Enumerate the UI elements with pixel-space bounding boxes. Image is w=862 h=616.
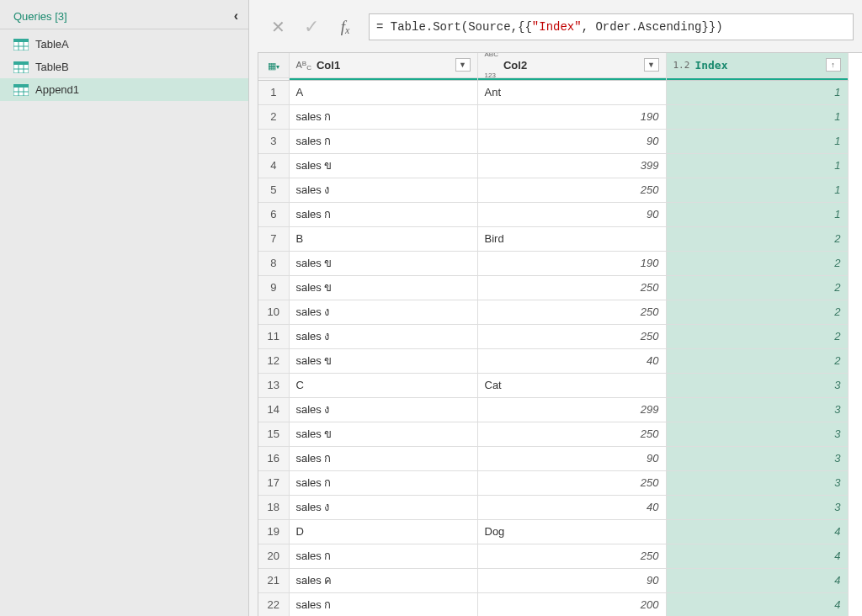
table-row[interactable]: 16sales ก903 <box>258 446 848 470</box>
table-row[interactable]: 3sales ก901 <box>258 129 848 153</box>
cell-col2[interactable]: 250 <box>477 324 666 348</box>
collapse-sidebar-icon[interactable]: ‹ <box>234 8 238 24</box>
table-row[interactable]: 6sales ก901 <box>258 202 848 226</box>
cell-index[interactable]: 3 <box>666 397 848 422</box>
cell-col1[interactable]: sales ค <box>289 568 477 592</box>
table-row[interactable]: 17sales ก2503 <box>258 470 848 495</box>
table-row[interactable]: 1AAnt1 <box>258 80 848 104</box>
table-row[interactable]: 9sales ข2502 <box>258 275 848 300</box>
filter-dropdown-icon[interactable]: ▼ <box>644 58 659 72</box>
cell-col2[interactable]: 250 <box>477 470 666 495</box>
cell-index[interactable]: 1 <box>666 80 848 104</box>
cell-col1[interactable]: sales ข <box>289 422 477 446</box>
table-row[interactable]: 15sales ข2503 <box>258 422 848 446</box>
cell-col1[interactable]: sales ง <box>289 495 477 519</box>
filter-dropdown-icon[interactable]: ▼ <box>455 58 471 72</box>
cell-col1[interactable]: C <box>289 373 477 397</box>
table-row[interactable]: 12sales ข402 <box>258 348 848 373</box>
cell-col1[interactable]: sales ง <box>289 178 477 202</box>
table-row[interactable]: 5sales ง2501 <box>258 178 848 202</box>
table-row[interactable]: 10sales ง2502 <box>258 300 848 324</box>
cell-index[interactable]: 1 <box>666 104 848 129</box>
column-header-col1[interactable]: ABC Col1 ▼ <box>289 53 477 77</box>
cell-col2[interactable]: 299 <box>477 397 666 422</box>
cell-col2[interactable]: 250 <box>477 178 666 202</box>
table-row[interactable]: 20sales ก2504 <box>258 544 848 568</box>
cell-index[interactable]: 4 <box>666 544 848 568</box>
cell-col1[interactable]: D <box>289 519 477 544</box>
cell-col2[interactable]: 40 <box>477 495 666 519</box>
cell-index[interactable]: 3 <box>666 422 848 446</box>
cell-index[interactable]: 4 <box>666 592 848 616</box>
cell-col1[interactable]: sales ก <box>289 592 477 616</box>
cell-col2[interactable]: 200 <box>477 592 666 616</box>
cell-col1[interactable]: B <box>289 226 477 251</box>
cell-col1[interactable]: sales ง <box>289 300 477 324</box>
cell-col2[interactable]: 250 <box>477 300 666 324</box>
cell-index[interactable]: 2 <box>666 324 848 348</box>
cell-col2[interactable]: 250 <box>477 422 666 446</box>
grid-corner[interactable]: ▦▾ <box>258 53 289 77</box>
cell-col2[interactable]: 250 <box>477 275 666 300</box>
cell-col1[interactable]: sales ก <box>289 202 477 226</box>
cell-col1[interactable]: sales ง <box>289 397 477 422</box>
cell-col1[interactable]: sales ข <box>289 275 477 300</box>
cell-index[interactable]: 3 <box>666 495 848 519</box>
query-item[interactable]: TableB <box>0 56 248 78</box>
cell-index[interactable]: 3 <box>666 446 848 470</box>
commit-formula-button[interactable]: ✓ <box>295 13 328 40</box>
cell-index[interactable]: 4 <box>666 519 848 544</box>
cell-col2[interactable]: 190 <box>477 104 666 129</box>
cell-col1[interactable]: sales ก <box>289 446 477 470</box>
table-row[interactable]: 2sales ก1901 <box>258 104 848 129</box>
table-row[interactable]: 22sales ก2004 <box>258 592 848 616</box>
cell-index[interactable]: 2 <box>666 300 848 324</box>
cell-index[interactable]: 2 <box>666 275 848 300</box>
cell-index[interactable]: 1 <box>666 178 848 202</box>
table-row[interactable]: 8sales ข1902 <box>258 251 848 275</box>
cell-col2[interactable]: Dog <box>477 519 666 544</box>
fx-button[interactable]: fx <box>328 13 362 40</box>
table-row[interactable]: 21sales ค904 <box>258 568 848 592</box>
table-row[interactable]: 13CCat3 <box>258 373 848 397</box>
cell-col2[interactable]: 40 <box>477 348 666 373</box>
cell-col2[interactable]: 399 <box>477 153 666 178</box>
cell-col1[interactable]: A <box>289 80 477 104</box>
cell-index[interactable]: 2 <box>666 348 848 373</box>
cell-col2[interactable]: 90 <box>477 568 666 592</box>
cell-col2[interactable]: 90 <box>477 446 666 470</box>
cell-index[interactable]: 1 <box>666 202 848 226</box>
table-row[interactable]: 19DDog4 <box>258 519 848 544</box>
cell-col1[interactable]: sales ง <box>289 324 477 348</box>
table-row[interactable]: 7BBird2 <box>258 226 848 251</box>
cell-col2[interactable]: Cat <box>477 373 666 397</box>
cell-index[interactable]: 3 <box>666 470 848 495</box>
cell-col2[interactable]: Bird <box>477 226 666 251</box>
cell-index[interactable]: 2 <box>666 251 848 275</box>
cell-col2[interactable]: 90 <box>477 129 666 153</box>
query-item[interactable]: TableA <box>0 33 248 56</box>
cell-index[interactable]: 1 <box>666 153 848 178</box>
cell-col1[interactable]: sales ข <box>289 153 477 178</box>
formula-input[interactable]: = Table.Sort(Source,{{"Index", Order.Asc… <box>369 13 854 40</box>
data-grid-wrap[interactable]: ▦▾ ABC Col1 ▼ ABC123 Col2 ▼ <box>258 52 862 616</box>
column-header-index[interactable]: 1.2 Index ↑ <box>666 53 848 77</box>
cell-col2[interactable]: Ant <box>477 80 666 104</box>
cell-col1[interactable]: sales ข <box>289 251 477 275</box>
cell-col1[interactable]: sales ก <box>289 470 477 495</box>
table-row[interactable]: 18sales ง403 <box>258 495 848 519</box>
sort-asc-filter-icon[interactable]: ↑ <box>826 58 841 72</box>
table-row[interactable]: 4sales ข3991 <box>258 153 848 178</box>
query-item[interactable]: Append1 <box>0 78 248 101</box>
cell-index[interactable]: 4 <box>666 568 848 592</box>
cell-col1[interactable]: sales ก <box>289 129 477 153</box>
cancel-formula-button[interactable]: ✕ <box>261 13 295 40</box>
cell-index[interactable]: 1 <box>666 129 848 153</box>
cell-col2[interactable]: 90 <box>477 202 666 226</box>
column-header-col2[interactable]: ABC123 Col2 ▼ <box>477 53 666 77</box>
cell-col2[interactable]: 250 <box>477 544 666 568</box>
cell-col1[interactable]: sales ก <box>289 544 477 568</box>
cell-index[interactable]: 3 <box>666 373 848 397</box>
table-row[interactable]: 14sales ง2993 <box>258 397 848 422</box>
cell-index[interactable]: 2 <box>666 226 848 251</box>
